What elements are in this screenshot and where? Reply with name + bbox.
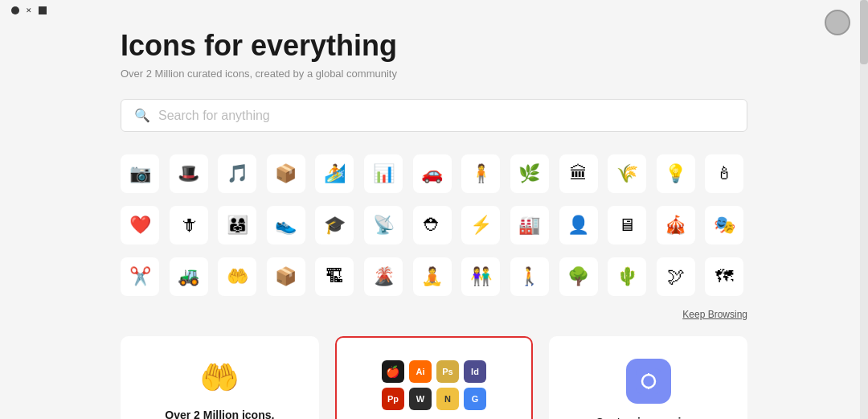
icon-extra2[interactable]: 🎭: [705, 206, 743, 244]
icon-construction[interactable]: 🏗: [315, 257, 354, 296]
icon-tree[interactable]: 🌳: [559, 257, 598, 296]
icon-grid-row3: ✂️ 🚜 🤲 📦 🏗 🌋 🧘 👫 🚶 🌳 🌵 🕊 🗺: [121, 257, 747, 296]
app-icon-notes: N: [436, 388, 459, 410]
icon-yoga[interactable]: 🧘: [413, 257, 452, 296]
icon-building[interactable]: 🏛: [559, 154, 598, 193]
icon-grid-row1: 📷 🎩 🎵 📦 🏄 📊 🚗 🧍 🌿 🏛 🌾 💡 🕯: [121, 154, 747, 193]
app-icon-premiere: Pp: [382, 388, 404, 410]
page-subtitle: Over 2 Million curated icons, created by…: [121, 68, 747, 80]
keep-browsing-link[interactable]: Keep Browsing: [682, 309, 747, 320]
app-icon-gdocs: G: [464, 388, 486, 410]
icon-box[interactable]: 📦: [267, 154, 305, 193]
search-bar[interactable]: 🔍 Search for anything: [121, 99, 747, 132]
avatar[interactable]: [825, 10, 850, 35]
cards-row: 🤲 Over 2 Million icons,royalty-free Lear…: [121, 336, 747, 419]
card-royalty-free: 🤲 Over 2 Million icons,royalty-free Lear…: [121, 336, 319, 419]
window-bar: ✕: [0, 0, 868, 21]
card-workflow: 🍎 Ai Ps Id Pp W N G Get icons inyour wor…: [335, 336, 534, 419]
icon-chart[interactable]: 📊: [364, 154, 403, 193]
app-icon-indesign: Id: [464, 360, 486, 383]
app-icon-apple: 🍎: [382, 360, 404, 383]
keep-browsing-row: Keep Browsing: [121, 309, 747, 320]
icon-family[interactable]: 👨‍👩‍👧: [218, 206, 256, 244]
icon-wifi[interactable]: 📡: [364, 206, 403, 244]
icon-plant[interactable]: 🌿: [510, 154, 549, 193]
icon-volcano[interactable]: 🌋: [364, 257, 403, 296]
svg-rect-0: [636, 368, 661, 394]
search-placeholder: Search for anything: [158, 109, 270, 123]
icon-lamp[interactable]: 💡: [657, 154, 695, 193]
icon-computer[interactable]: 🖥: [608, 206, 646, 244]
icon-scissors[interactable]: ✂️: [121, 257, 159, 296]
window-square: [39, 6, 47, 14]
icon-car[interactable]: 🚗: [413, 154, 452, 193]
icon-factory[interactable]: 🏭: [510, 206, 549, 244]
icon-surf[interactable]: 🏄: [315, 154, 354, 193]
card-customize-title: Customize any iconfor the perfect fit: [596, 415, 701, 419]
icon-electric[interactable]: ⚡: [461, 206, 500, 244]
icon-cactus[interactable]: 🌵: [608, 257, 646, 296]
icon-hands[interactable]: 🤲: [218, 257, 256, 296]
icon-extra1[interactable]: 🕯: [705, 154, 743, 193]
icon-grad[interactable]: 🎓: [315, 206, 354, 244]
app-icons-grid: 🍎 Ai Ps Id Pp W N G: [382, 360, 486, 410]
icon-camera[interactable]: 📷: [121, 154, 159, 193]
app-icon-illustrator: Ai: [409, 360, 432, 383]
page-title: Icons for everything: [121, 29, 747, 63]
app-icon-word: W: [409, 388, 432, 410]
icon-helmet[interactable]: ⛑: [413, 206, 452, 244]
icon-music[interactable]: 🎵: [218, 154, 256, 193]
icon-sword[interactable]: 🗡: [170, 206, 208, 244]
customize-icon: [626, 359, 671, 404]
icon-hat[interactable]: 🎩: [170, 154, 208, 193]
window-dot-1: [11, 6, 19, 14]
hand-icon: 🤲: [199, 359, 240, 396]
icon-tractor[interactable]: 🚜: [170, 257, 208, 296]
main-container: Icons for everything Over 2 Million cura…: [88, 21, 780, 419]
icon-heart[interactable]: ❤️: [121, 206, 159, 244]
card-royalty-free-title: Over 2 Million icons,royalty-free: [165, 408, 274, 419]
app-icon-photoshop: Ps: [436, 360, 459, 383]
scrollbar[interactable]: [860, 0, 868, 419]
icon-walk[interactable]: 🚶: [510, 257, 549, 296]
search-icon: 🔍: [134, 108, 150, 123]
icon-crate[interactable]: 📦: [267, 257, 305, 296]
icon-couple[interactable]: 👫: [461, 257, 500, 296]
icon-face[interactable]: 👤: [559, 206, 598, 244]
icon-extra4[interactable]: 🗺: [705, 257, 743, 296]
card-customize: Customize any iconfor the perfect fit Tr…: [549, 336, 747, 419]
icon-person[interactable]: 🧍: [461, 154, 500, 193]
window-dot-2: ✕: [26, 6, 32, 14]
icon-shoe[interactable]: 👟: [267, 206, 305, 244]
icon-grid-row2: ❤️ 🗡 👨‍👩‍👧 👟 🎓 📡 ⛑ ⚡ 🏭 👤 🖥 🎪 🎭: [121, 206, 747, 244]
icon-extra3[interactable]: 🕊: [657, 257, 695, 296]
icon-circus[interactable]: 🎪: [657, 206, 695, 244]
scrollbar-thumb[interactable]: [860, 0, 868, 64]
icon-grain[interactable]: 🌾: [608, 154, 646, 193]
